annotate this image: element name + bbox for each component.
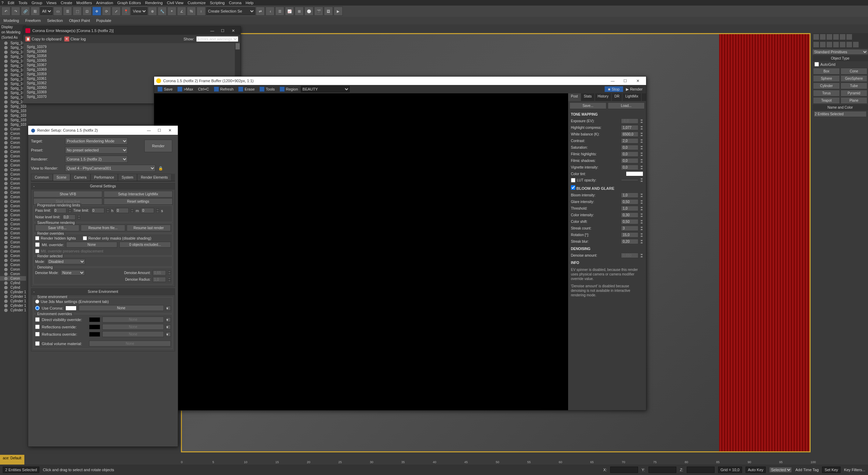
rot-value[interactable]: 15,0 (621, 232, 638, 238)
redo-button[interactable]: ↷ (11, 7, 20, 16)
tab-scene[interactable]: Scene (53, 174, 70, 181)
primitive-button[interactable]: Cone (841, 68, 867, 75)
render-setup-button[interactable]: 🎬 (314, 7, 323, 16)
menu-item[interactable]: Tools (18, 1, 27, 5)
stop-button[interactable]: ■Stop (605, 86, 623, 92)
resume-file-button[interactable]: Resume from file... (81, 225, 125, 231)
tree-item[interactable]: Sprig_10369 (0, 86, 26, 91)
modify-tab[interactable] (820, 34, 826, 40)
show-vfb-button[interactable]: Show VFB (33, 191, 102, 197)
lut-checkbox[interactable] (571, 178, 575, 182)
align-button[interactable]: ⫞ (265, 7, 274, 16)
tree-item[interactable]: Cylinder 1 (0, 299, 26, 303)
tree-item[interactable]: Coron (0, 231, 26, 235)
close-button[interactable]: ✕ (165, 128, 175, 133)
time-h[interactable]: 0 (91, 208, 104, 213)
menu-item[interactable]: Corona (229, 1, 241, 5)
clear-log-button[interactable]: ✕Clear log (64, 37, 86, 41)
glare-value[interactable]: 0,50 (621, 199, 638, 204)
contrast-value[interactable]: 2,0 (621, 138, 638, 143)
filmic-h-value[interactable]: 0,0 (621, 151, 638, 157)
geometry-tab[interactable] (813, 41, 819, 48)
tree-item[interactable]: Coron (0, 163, 26, 168)
scene-tree[interactable]: Sprig_10379Sprig_10368Sprig_10358Sprig_1… (0, 40, 26, 313)
render-frame-button[interactable]: 🖼 (324, 7, 333, 16)
create-tab[interactable] (813, 34, 819, 40)
refr-map[interactable]: None (102, 331, 164, 337)
percent-snap-button[interactable]: % (187, 7, 196, 16)
tree-item[interactable]: Coron (0, 186, 26, 190)
ribbon-tab[interactable]: Freeform (25, 18, 41, 23)
rotate-button[interactable]: ⟳ (102, 7, 111, 16)
erase-button[interactable]: Erase (236, 87, 257, 92)
menu-item[interactable]: Customize (188, 1, 206, 5)
tree-item[interactable]: Sprig_10373 (0, 104, 26, 109)
tree-item[interactable]: Cylinder 1 (0, 294, 26, 299)
menu-item[interactable]: Graph Editors (117, 1, 141, 5)
tab-post[interactable]: Post (568, 93, 581, 101)
shapes-tab[interactable] (820, 41, 826, 48)
cint-value[interactable]: 0,30 (621, 212, 638, 218)
primitive-button[interactable]: GeoSphere (841, 75, 867, 82)
menu-item[interactable]: Scripting (210, 1, 225, 5)
tree-item[interactable]: Sprig_10368 (0, 45, 26, 50)
render-button[interactable]: ▶Render (624, 86, 645, 92)
pass-dropdown[interactable]: BEAUTY (301, 86, 350, 92)
tree-item[interactable]: Coron (0, 177, 26, 181)
blur-value[interactable]: 0,20 (621, 239, 638, 244)
streak-spinner[interactable]: ▴▾ (640, 226, 643, 231)
tree-item[interactable]: Coron (0, 254, 26, 258)
glare-spinner[interactable]: ▴▾ (640, 200, 643, 204)
minimize-button[interactable]: — (606, 77, 619, 85)
minimize-button[interactable]: — (144, 128, 154, 133)
wb-spinner[interactable]: ▴▾ (640, 132, 643, 137)
ribbon-tab[interactable]: Selection (47, 18, 63, 23)
mtl-override-map[interactable]: None (66, 242, 118, 248)
rot-spinner[interactable]: ▴▾ (640, 233, 643, 238)
saturation-value[interactable]: 0,0 (621, 145, 638, 150)
menu-item[interactable]: Create (61, 1, 72, 5)
tab-camera[interactable]: Camera (70, 174, 90, 181)
saturation-spinner[interactable]: ▴▾ (640, 145, 643, 150)
lock-icon[interactable]: 🔒 (158, 166, 163, 171)
primitive-button[interactable]: Tube (841, 83, 867, 89)
material-editor-button[interactable]: ⚪ (304, 7, 313, 16)
refl-swatch[interactable] (89, 325, 100, 329)
tree-item[interactable]: Coron (0, 199, 26, 204)
tree-item[interactable]: Cylind (0, 285, 26, 290)
link-button[interactable]: 🔗 (21, 7, 30, 16)
direct-checkbox[interactable] (35, 317, 40, 322)
tree-item[interactable]: Cylinder 1 (0, 290, 26, 294)
tree-item[interactable]: Coron (0, 235, 26, 240)
tint-swatch[interactable] (626, 171, 643, 176)
systems-tab[interactable] (853, 41, 859, 48)
bloom-checkbox[interactable] (571, 185, 575, 190)
exposure-value[interactable]: -6,0 (621, 118, 638, 124)
vignette-spinner[interactable]: ▴▾ (640, 165, 643, 170)
use-corona-radio[interactable] (35, 306, 40, 310)
x-input[interactable] (610, 467, 638, 473)
rect-select-button[interactable]: ⬚ (73, 7, 82, 16)
center-button[interactable]: ⊕ (148, 7, 157, 16)
refl-dd[interactable]: ▾ (166, 325, 171, 329)
tree-item[interactable]: Coron (0, 140, 26, 145)
tree-item[interactable]: Coron (0, 154, 26, 158)
mtl-override-checkbox[interactable] (35, 242, 40, 247)
corona-map-dd[interactable]: ▾ (166, 306, 171, 311)
coord-dropdown[interactable]: View (131, 7, 147, 15)
preserve-disp-checkbox[interactable] (35, 249, 39, 253)
tree-item[interactable]: Sprig_10374 (0, 109, 26, 113)
highlight-spinner[interactable]: ▴▾ (640, 125, 643, 130)
tab-common[interactable]: Common (31, 174, 53, 181)
warps-tab[interactable] (846, 41, 852, 48)
filter-dropdown[interactable]: Errors and warnings (196, 36, 238, 42)
curve-editor-button[interactable]: 📈 (285, 7, 294, 16)
refr-dd[interactable]: ▾ (166, 332, 171, 337)
time-m[interactable]: 0 (116, 208, 129, 213)
selection-set-dropdown[interactable]: Create Selection Se (206, 7, 255, 15)
tree-item[interactable]: Coron (0, 136, 26, 140)
threshold-spinner[interactable]: ▴▾ (640, 206, 643, 211)
tree-item[interactable]: Coron (0, 240, 26, 244)
scrollbar-thumb[interactable] (236, 43, 240, 49)
display-tab[interactable] (839, 34, 846, 40)
